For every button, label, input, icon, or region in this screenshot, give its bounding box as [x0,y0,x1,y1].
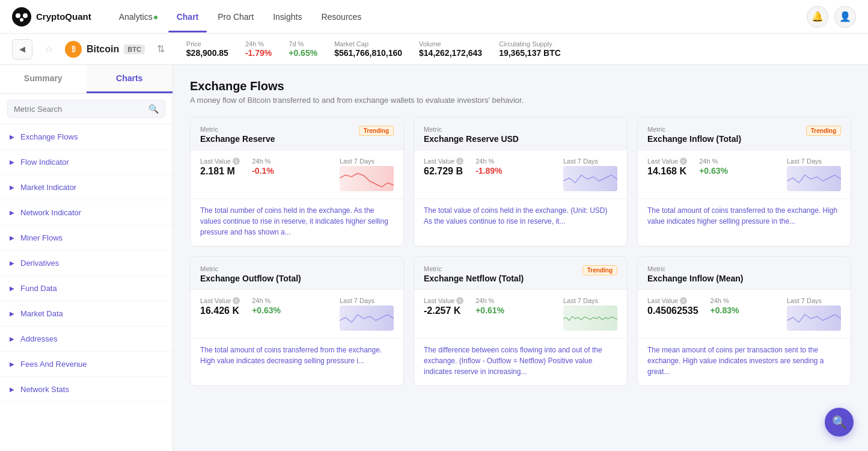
24h-pct: +0.63% [252,305,281,315]
logo[interactable]: CryptoQuant [12,7,91,26]
card-stats-exchange-netflow-total: Last Value i -2.257 K 24h % +0.61% Last … [414,290,627,338]
sidebar-item-fees-revenue[interactable]: ▶ Fees And Revenue [0,352,173,377]
info-icon: i [233,297,240,304]
sidebar-item-label: Network Stats [20,385,69,394]
bitcoin-icon: ₿ [65,41,82,58]
sidebar-item-label: Flow Indicator [20,158,69,167]
info-icon: i [680,297,687,304]
tab-charts[interactable]: Charts [87,65,173,93]
metric-card-exchange-inflow-total[interactable]: Metric Exchange Inflow (Total) Trending … [637,117,851,247]
sidebar-item-network-indicator[interactable]: ▶ Network Indicator [0,200,173,226]
metric-name: Exchange Reserve USD [424,134,519,144]
trending-badge: Trending [582,265,617,275]
price-stat: Price $28,900.85 [186,40,228,58]
24h-change-group: 24h % +0.63% [252,297,281,315]
metric-card-exchange-reserve-usd[interactable]: Metric Exchange Reserve USD Last Value i… [414,117,628,247]
metric-card-exchange-reserve[interactable]: Metric Exchange Reserve Trending Last Va… [190,117,404,247]
sidebar-item-label: Derivatives [20,259,59,268]
sidebar-arrow-icon: ▶ [10,361,14,367]
nav-chart[interactable]: Chart [168,7,207,26]
last-value: -2.257 K [424,305,463,316]
metric-label: Metric [424,265,524,272]
nav-analytics[interactable]: Analytics [111,7,166,26]
last7d-group: Last 7 Days [340,158,394,191]
last-value: 62.729 B [424,166,463,177]
metric-search-input[interactable] [14,105,145,114]
nav-pro-chart[interactable]: Pro Chart [209,7,262,26]
last-value-group: Last Value i 0.45062535 [647,297,698,316]
card-description: The total number of coins held in the ex… [191,198,403,246]
info-icon: i [456,158,463,165]
sidebar-item-label: Market Indicator [20,183,76,192]
float-search-button[interactable]: 🔍 [825,408,854,437]
last-value-group: Last Value i 16.426 K [200,297,240,316]
logo-text: CryptoQuant [36,11,91,22]
last-value: 2.181 M [200,166,240,177]
notifications-button[interactable]: 🔔 [807,6,828,28]
user-profile-button[interactable]: 👤 [834,6,856,28]
card-header-exchange-inflow-mean: Metric Exchange Inflow (Mean) [638,257,851,290]
volume-stat: Volume $14,262,172,643 [419,40,482,58]
sidebar-arrow-icon: ▶ [10,209,14,216]
metric-card-exchange-inflow-mean[interactable]: Metric Exchange Inflow (Mean) Last Value… [637,256,851,386]
sidebar-item-miner-flows[interactable]: ▶ Miner Flows [0,226,173,251]
nav-links: Analytics Chart Pro Chart Insights Resou… [111,7,370,26]
info-icon: i [456,297,463,304]
nav-right: 🔔 👤 [807,6,856,28]
sidebar-item-exchange-flows[interactable]: ▶ Exchange Flows [0,124,173,150]
svg-point-3 [20,18,23,22]
24h-pct: +0.61% [475,305,504,315]
card-description: The total amount of coins transferred to… [638,198,851,235]
trending-badge: Trending [806,126,841,136]
sidebar-item-fund-data[interactable]: ▶ Fund Data [0,276,173,301]
24h-change-group: 24h % +0.83% [711,297,739,315]
last-value: 0.45062535 [647,305,698,316]
nav-insights[interactable]: Insights [264,7,310,26]
last7d-group: Last 7 Days [563,297,617,331]
swap-button[interactable]: ⇅ [154,41,167,57]
sidebar-collapse-button[interactable]: ◀ [12,39,32,60]
sparkline-chart [787,305,841,331]
nav-resources[interactable]: Resources [313,7,370,26]
sparkline-chart [340,166,394,191]
metric-label: Metric [424,126,519,133]
sidebar-item-market-data[interactable]: ▶ Market Data [0,301,173,327]
price-stats: Price $28,900.85 24h % -1.79% 7d % +0.65… [186,40,561,58]
favorite-button[interactable]: ☆ [42,41,55,57]
metric-label: Metric [647,265,743,272]
sidebar-tabs: Summary Charts [0,65,173,94]
metric-name: Exchange Netflow (Total) [424,274,524,283]
svg-point-1 [16,13,20,18]
sidebar-item-market-indicator[interactable]: ▶ Market Indicator [0,175,173,200]
sparkline-chart [563,166,617,191]
tab-summary[interactable]: Summary [0,65,87,93]
svg-point-2 [23,13,28,18]
sidebar-arrow-icon: ▶ [10,386,14,393]
card-description: The mean amount of coins per transaction… [638,338,851,385]
metric-card-exchange-netflow-total[interactable]: Metric Exchange Netflow (Total) Trending… [414,256,628,386]
sidebar-item-flow-indicator[interactable]: ▶ Flow Indicator [0,150,173,175]
coin-ticker: BTC [124,44,145,54]
sidebar-item-addresses[interactable]: ▶ Addresses [0,327,173,352]
sidebar-item-derivatives[interactable]: ▶ Derivatives [0,251,173,276]
sidebar-item-label: Fund Data [20,284,57,293]
last7d-group: Last 7 Days [787,297,841,331]
last-value-group: Last Value i 62.729 B [424,158,463,177]
metric-cards-grid: Metric Exchange Reserve Trending Last Va… [190,117,851,386]
sidebar-arrow-icon: ▶ [10,133,14,140]
section-header: Exchange Flows A money flow of Bitcoin t… [190,79,851,105]
sidebar-arrow-icon: ▶ [10,336,14,342]
card-header-exchange-netflow-total: Metric Exchange Netflow (Total) Trending [414,257,627,290]
sidebar: Summary Charts 🔍 ▶ Exchange Flows ▶ Flow… [0,65,173,451]
metric-card-exchange-outflow-total[interactable]: Metric Exchange Outflow (Total) Last Val… [190,256,404,386]
sidebar-arrow-icon: ▶ [10,260,14,266]
search-input-wrap: 🔍 [7,100,165,118]
search-icon: 🔍 [148,104,159,114]
section-description: A money flow of Bitcoin transferred to a… [190,96,851,105]
sparkline-chart [563,305,617,331]
card-stats-exchange-reserve: Last Value i 2.181 M 24h % -0.1% Last 7 … [191,150,403,198]
card-description: The total amount of coins transferred fr… [191,338,403,375]
sidebar-item-network-stats[interactable]: ▶ Network Stats [0,377,173,402]
coin-name: Bitcoin [87,44,119,55]
metric-label: Metric [647,126,741,133]
